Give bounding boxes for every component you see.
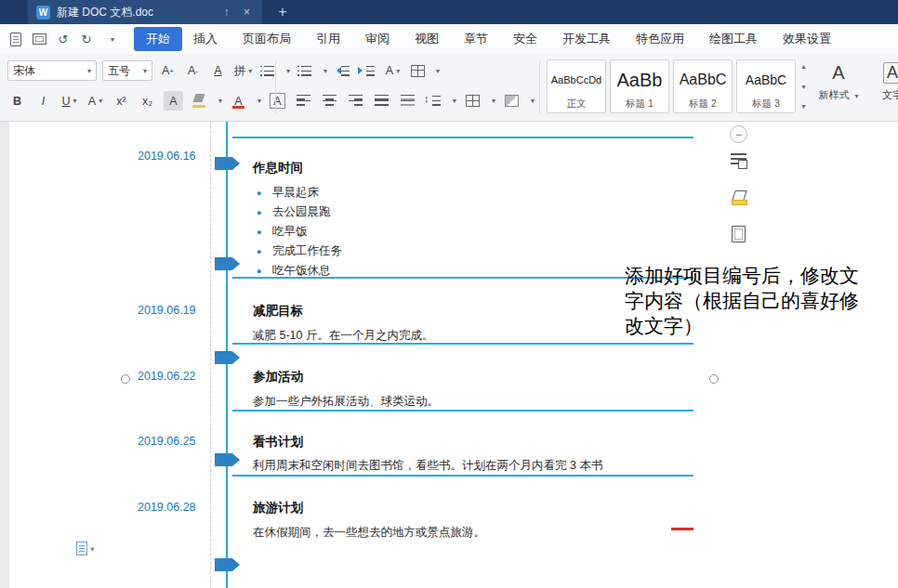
- borders-button[interactable]: [463, 91, 482, 111]
- wps-writer-icon: W: [36, 6, 50, 20]
- new-style-label: 新样式: [818, 89, 849, 100]
- document-select-icon: [76, 542, 87, 555]
- tab-developer[interactable]: 开发工具: [562, 31, 611, 47]
- character-shading-button[interactable]: A: [164, 91, 183, 111]
- style-label: 标题 2: [689, 98, 717, 111]
- gallery-scroll-up-icon[interactable]: ▴: [801, 62, 805, 71]
- annotation-text-box[interactable]: 添加好项目编号后，修改文字内容（根据自己的喜好修改文字）: [625, 263, 866, 338]
- increase-indent-button[interactable]: [358, 61, 377, 81]
- paragraph-layout-menu-icon[interactable]: ▾: [436, 67, 440, 75]
- tab-page-layout[interactable]: 页面布局: [243, 31, 291, 47]
- list-item-text: 完成工作任务: [272, 243, 342, 259]
- decrease-indent-button[interactable]: [333, 61, 352, 81]
- selection-tool-button[interactable]: ▾: [76, 542, 95, 555]
- quickbar-customize-icon[interactable]: ▾: [106, 32, 119, 46]
- entry-body: 在休假期间，去一些想去的地方或景点旅游。: [253, 525, 485, 541]
- side-panel-page-button[interactable]: [725, 221, 751, 247]
- underline-button[interactable]: U▾: [59, 91, 79, 111]
- bullet-list-menu-icon[interactable]: ▾: [286, 67, 290, 75]
- align-left-button[interactable]: [294, 91, 313, 111]
- text-direction-button[interactable]: A▾: [383, 61, 403, 81]
- tab-references[interactable]: 引用: [316, 31, 340, 47]
- entry-title: 旅游计划: [253, 500, 303, 516]
- document-page[interactable]: 2019.06.16 2019.06.19 2019.06.22 2019.06…: [0, 122, 898, 588]
- numbering-menu-icon[interactable]: ▾: [324, 67, 327, 75]
- tab-home[interactable]: 开始: [134, 27, 182, 51]
- subscript-button[interactable]: x₂: [138, 91, 157, 111]
- borders-menu-icon[interactable]: ▾: [492, 97, 495, 105]
- align-right-button[interactable]: [346, 91, 365, 111]
- line-spacing-button[interactable]: ↕: [424, 91, 443, 111]
- tab-review[interactable]: 审阅: [365, 31, 390, 47]
- tab-insert[interactable]: 插入: [193, 31, 218, 47]
- side-panel-properties-button[interactable]: [725, 147, 751, 173]
- font-size-select[interactable]: 五号 ▾: [102, 60, 152, 81]
- tab-security[interactable]: 安全: [513, 31, 537, 47]
- font-color-menu-icon[interactable]: ▾: [258, 97, 261, 105]
- print-preview-icon[interactable]: [33, 32, 46, 46]
- paragraph-layout-button[interactable]: [408, 61, 428, 81]
- tab-view[interactable]: 视图: [415, 31, 439, 47]
- timeline-marker[interactable]: [215, 351, 240, 364]
- numbering-button[interactable]: [296, 61, 315, 81]
- timeline-marker[interactable]: [215, 257, 240, 270]
- chevron-down-icon: ▾: [855, 92, 859, 100]
- style-card-heading-2[interactable]: AaBbC 标题 2: [673, 59, 733, 113]
- distribute-button[interactable]: [398, 91, 417, 111]
- new-tab-button[interactable]: +: [275, 4, 290, 20]
- timeline-marker[interactable]: [215, 453, 240, 466]
- shading-button[interactable]: [502, 91, 522, 111]
- file-icon[interactable]: [9, 32, 22, 46]
- font-name-select[interactable]: 宋体 ▾: [7, 60, 97, 81]
- superscript-button[interactable]: x²: [112, 91, 131, 111]
- title-bar: W 新建 DOC 文档.doc ↑ × +: [0, 0, 898, 24]
- line-spacing-menu-icon[interactable]: ▾: [453, 97, 456, 105]
- style-label: 正文: [567, 98, 587, 111]
- menu-bar: ↺ ↻ ▾ 开始 插入 页面布局 引用 审阅 视图 章节 安全 开发工具 特色应…: [0, 24, 898, 54]
- tab-section[interactable]: 章节: [464, 31, 488, 47]
- selection-handle-left[interactable]: [121, 374, 130, 384]
- shading-menu-icon[interactable]: ▾: [531, 97, 535, 105]
- clear-format-button[interactable]: A: [208, 61, 228, 81]
- style-card-heading-3[interactable]: AaBbC 标题 3: [736, 59, 796, 113]
- align-center-button[interactable]: [320, 91, 339, 111]
- new-style-button[interactable]: A 新样式 ▾: [814, 62, 863, 102]
- timeline-date: 2019.06.16: [138, 150, 208, 163]
- timeline-marker[interactable]: [215, 558, 240, 571]
- font-color-button[interactable]: A: [229, 91, 248, 111]
- text-tool-label: 文字: [872, 88, 898, 102]
- document-tab[interactable]: W 新建 DOC 文档.doc ↑ ×: [28, 0, 262, 24]
- gallery-more-icon[interactable]: ▾: [801, 102, 805, 111]
- decrease-font-button[interactable]: A-: [183, 61, 203, 81]
- italic-button[interactable]: I: [33, 91, 53, 111]
- pin-tab-icon[interactable]: ↑: [219, 6, 233, 19]
- tab-effect-settings[interactable]: 效果设置: [783, 31, 831, 47]
- font-size-value: 五号: [108, 63, 130, 79]
- collapse-ribbon-button[interactable]: −: [730, 125, 747, 143]
- style-gallery: AaBbCcDd 正文 AaBb 标题 1 AaBbC 标题 2 AaBbC 标…: [547, 59, 796, 113]
- pinyin-guide-button[interactable]: 拼▾: [233, 61, 253, 81]
- list-item: ● 完成工作任务: [257, 242, 342, 261]
- undo-icon[interactable]: ↺: [57, 32, 70, 46]
- text-effects-button[interactable]: A▾: [86, 91, 105, 111]
- tab-special-features[interactable]: 特色应用: [636, 31, 684, 47]
- side-panel-eraser-button[interactable]: [725, 184, 751, 210]
- timeline-marker[interactable]: [215, 157, 240, 170]
- highlight-color-button[interactable]: [190, 91, 209, 111]
- gallery-scroll-down-icon[interactable]: ▾: [801, 83, 805, 91]
- bold-button[interactable]: B: [7, 91, 27, 111]
- ribbon-toolbar: 宋体 ▾ 五号 ▾ A+ A- A 拼▾ ▾ ▾ A▾ ▾ B I U▾: [0, 54, 898, 122]
- style-card-heading-1[interactable]: AaBb 标题 1: [610, 59, 669, 113]
- close-tab-icon[interactable]: ×: [240, 6, 254, 19]
- style-label: 标题 3: [752, 98, 780, 111]
- style-card-body-text[interactable]: AaBbCcDd 正文: [547, 59, 606, 113]
- selection-handle-right[interactable]: [709, 374, 719, 384]
- redo-icon[interactable]: ↻: [80, 32, 93, 46]
- style-gallery-scroll: ▴ ▾ ▾: [798, 59, 810, 113]
- tab-drawing-tools[interactable]: 绘图工具: [709, 31, 758, 47]
- highlight-menu-icon[interactable]: ▾: [218, 97, 222, 105]
- character-border-button[interactable]: A: [268, 91, 287, 111]
- justify-button[interactable]: [372, 91, 391, 111]
- increase-font-button[interactable]: A+: [158, 61, 178, 81]
- text-tool-button[interactable]: A 文字: [872, 62, 898, 102]
